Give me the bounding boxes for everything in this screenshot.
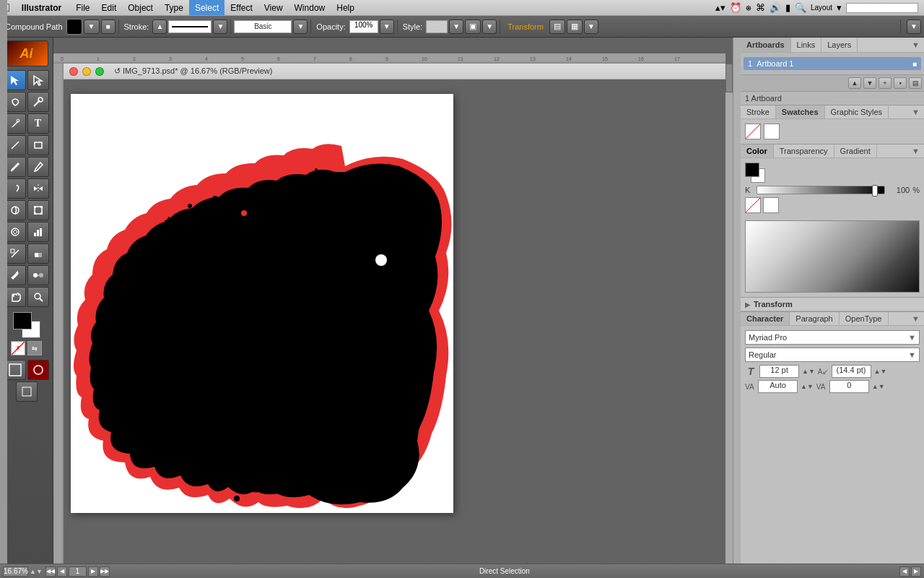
fill-btn[interactable]: [66, 19, 82, 35]
zoom-tool[interactable]: [27, 287, 49, 307]
artboard[interactable]: [71, 94, 453, 513]
magic-wand-tool[interactable]: [27, 92, 49, 112]
artboard-new-btn[interactable]: +: [879, 77, 892, 89]
artboard-options-icon[interactable]: ■: [912, 60, 917, 68]
next-page[interactable]: ▶: [88, 566, 98, 577]
menu-window[interactable]: Window: [289, 0, 331, 15]
fill-style-icon[interactable]: ■: [101, 20, 116, 34]
char-options-btn[interactable]: ▼: [907, 312, 924, 325]
stroke-style-dropdown[interactable]: ▼: [293, 20, 308, 34]
style-preview[interactable]: [426, 20, 448, 33]
pencil-tool[interactable]: [27, 157, 49, 177]
zoom-input[interactable]: 16.67%: [3, 566, 28, 577]
paintbrush-tool[interactable]: [4, 157, 26, 177]
style-options[interactable]: ▼: [482, 20, 497, 34]
opacity-dropdown[interactable]: ▼: [380, 20, 394, 34]
panel-options[interactable]: ▼: [907, 20, 921, 34]
eyedropper-tool[interactable]: [4, 265, 26, 285]
tab-links[interactable]: Links: [791, 38, 822, 52]
tab-transparency[interactable]: Transparency: [774, 144, 834, 158]
selection-tool[interactable]: [4, 70, 26, 90]
tab-opentype[interactable]: OpenType: [840, 312, 889, 325]
style-icon[interactable]: ▣: [465, 20, 481, 34]
tab-swatches[interactable]: Swatches: [776, 105, 825, 118]
maximize-button[interactable]: [95, 67, 104, 76]
menu-type[interactable]: Type: [159, 0, 189, 15]
panel-options-btn[interactable]: ▼: [907, 38, 924, 52]
minimize-button[interactable]: [82, 67, 91, 76]
tab-color[interactable]: Color: [741, 144, 774, 158]
symbol-tool[interactable]: [4, 222, 26, 242]
font-style-select[interactable]: Regular ▼: [745, 348, 920, 362]
stroke-options[interactable]: ▼: [213, 20, 227, 34]
tab-gradient[interactable]: Gradient: [834, 144, 877, 158]
menu-file[interactable]: File: [70, 0, 95, 15]
quick-mask-mode[interactable]: [27, 360, 49, 380]
artboard-delete-btn[interactable]: ▪: [894, 77, 907, 89]
style-dropdown[interactable]: ▼: [449, 20, 463, 34]
tab-stroke[interactable]: Stroke: [741, 105, 776, 118]
vertical-scrollbar-thumb[interactable]: [725, 64, 733, 92]
transform-options2[interactable]: ▦: [567, 20, 583, 34]
layout-dropdown[interactable]: Layout: [811, 4, 832, 12]
artboard-item-1[interactable]: 1 Artboard 1 ■: [744, 57, 921, 70]
none-btn[interactable]: ✗: [11, 341, 25, 355]
opacity-input[interactable]: 100%: [349, 20, 378, 33]
eraser-tool[interactable]: [27, 243, 49, 264]
fill-icon[interactable]: ▼: [84, 20, 100, 34]
font-leading-input[interactable]: (14.4 pt): [832, 365, 871, 378]
rotate-tool[interactable]: [4, 178, 26, 199]
menu-object[interactable]: Object: [122, 0, 159, 15]
normal-mode[interactable]: [4, 360, 26, 380]
artboard-up-btn[interactable]: ▲: [848, 77, 861, 89]
line-tool[interactable]: [4, 135, 26, 155]
reflect-tool[interactable]: [27, 178, 49, 199]
menu-edit[interactable]: Edit: [96, 0, 123, 15]
color-white-swatch[interactable]: [763, 197, 779, 213]
hand-tool[interactable]: [4, 287, 26, 307]
k-slider[interactable]: [757, 186, 885, 194]
menu-view[interactable]: View: [258, 0, 289, 15]
kerning-input[interactable]: 0: [829, 380, 869, 393]
direct-selection-tool[interactable]: [27, 70, 49, 90]
transform-btn[interactable]: Transform: [503, 22, 548, 31]
k-slider-thumb[interactable]: [872, 185, 878, 197]
artboards-panel-btn[interactable]: [16, 381, 38, 402]
swatch-none[interactable]: [745, 124, 761, 139]
free-transform-tool[interactable]: [27, 200, 49, 220]
prev-page[interactable]: ◀: [57, 566, 67, 577]
transform-panel-header[interactable]: ▶ Transform: [741, 298, 924, 311]
status-nav-right[interactable]: ▶: [911, 566, 921, 577]
color-options-btn[interactable]: ▼: [907, 144, 924, 158]
transform-options1[interactable]: ▤: [549, 20, 565, 34]
color-none-swatch[interactable]: [745, 197, 761, 213]
blend-tool[interactable]: [27, 265, 49, 285]
status-nav-left[interactable]: ◀: [899, 566, 910, 577]
swap-colors-btn[interactable]: ⇆: [27, 341, 42, 355]
menu-effect[interactable]: Effect: [225, 0, 258, 15]
next-page-last[interactable]: ▶▶: [100, 566, 110, 577]
artboard-grid-btn[interactable]: ▤: [909, 77, 922, 89]
swatch-white[interactable]: [764, 124, 780, 139]
tab-paragraph[interactable]: Paragraph: [790, 312, 839, 325]
rectangle-tool[interactable]: [27, 135, 49, 155]
menu-select[interactable]: Select: [189, 0, 225, 15]
pen-tool[interactable]: [4, 113, 26, 134]
font-size-input[interactable]: 12 pt: [759, 365, 799, 378]
close-button[interactable]: [69, 67, 78, 76]
tracking-input[interactable]: Auto: [758, 380, 798, 393]
tab-character[interactable]: Character: [741, 312, 790, 325]
slice-tool[interactable]: [4, 243, 26, 264]
artboard-down-btn[interactable]: ▼: [863, 77, 876, 89]
lasso-tool[interactable]: [4, 92, 26, 112]
prev-page-first[interactable]: ◀◀: [45, 566, 56, 577]
type-tool[interactable]: T: [27, 113, 49, 134]
stroke-down[interactable]: ▲: [152, 20, 167, 34]
tab-layers[interactable]: Layers: [821, 38, 858, 52]
swatches-options-btn[interactable]: ▼: [907, 105, 924, 118]
tab-graphic-styles[interactable]: Graphic Styles: [825, 105, 889, 118]
foreground-color[interactable]: [13, 312, 32, 329]
fill-swatch-small[interactable]: [745, 163, 759, 177]
transform-dropdown[interactable]: ▼: [584, 20, 598, 34]
font-name-select[interactable]: Myriad Pro ▼: [745, 330, 920, 345]
